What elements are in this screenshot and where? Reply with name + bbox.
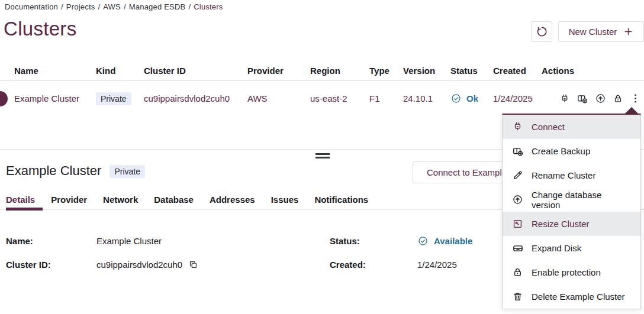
cell-version: 24.10.1 [403,93,450,103]
menu-item-enable-protection[interactable]: Enable protection [503,260,640,284]
kebab-menu-button[interactable] [630,93,641,104]
menu-item-label: Delete Example Cluster [532,292,625,302]
detail-tabs: Details Provider Network Database Addres… [6,195,368,205]
version-up-icon [511,194,524,205]
breadcrumb-item-documentation[interactable]: Documentation [5,2,58,11]
tab-notifications[interactable]: Notifications [314,195,368,205]
status-text: Ok [466,93,478,103]
tab-details[interactable]: Details [6,195,35,205]
cell-type: F1 [369,93,403,103]
lock-icon [613,93,623,104]
cell-cluster-id: cu9ippairsdvlod2cuh0 [144,93,247,103]
change-version-action-button[interactable] [595,93,606,104]
menu-item-rename-cluster[interactable]: Rename Cluster [503,163,640,187]
column-header-actions: Actions [542,66,644,76]
cell-status: Ok [450,93,493,104]
cell-region: us-east-2 [310,93,369,103]
menu-item-connect[interactable]: Connect [503,115,640,139]
cluster-id-text: cu9ippairsdvlod2cuh0 [96,260,182,270]
menu-item-delete-cluster[interactable]: Delete Example Cluster [503,284,640,309]
breadcrumb-item-projects[interactable]: Projects [66,2,95,11]
menu-item-label: Create Backup [532,146,590,156]
cluster-id-label: Cluster ID: [6,260,96,270]
create-backup-action-button[interactable] [577,93,588,105]
drag-handle[interactable] [315,153,330,158]
detail-panel-header: Example Cluster Private [6,163,145,179]
private-badge: Private [110,165,145,178]
protection-action-button[interactable] [613,93,623,104]
status-value: Available [417,235,497,247]
created-label: Created: [330,260,417,270]
created-value: 1/24/2025 [417,260,497,270]
menu-item-label: Change database version [532,190,632,210]
column-header-version: Version [403,66,450,76]
trash-icon [511,291,524,302]
backup-icon [511,145,524,157]
breadcrumb-current-clusters: Clusters [194,2,223,11]
menu-item-expand-disk[interactable]: Expand Disk [503,236,640,260]
page-title: Clusters [4,18,76,40]
status-label: Status: [330,236,417,246]
tab-provider[interactable]: Provider [51,195,87,205]
detail-title: Example Cluster [6,163,101,179]
table-row[interactable]: Example Cluster Private cu9ippairsdvlod2… [0,82,644,115]
menu-caret [625,107,638,114]
breadcrumb-item-managed-esdb[interactable]: Managed ESDB [129,2,186,11]
cell-kind: Private [96,92,144,105]
cell-created: 1/24/2025 [493,93,542,103]
copy-cluster-id-button[interactable] [188,260,198,270]
cell-name[interactable]: Example Cluster [14,93,96,103]
tab-network[interactable]: Network [103,195,138,205]
menu-item-resize-cluster[interactable]: Resize Cluster [503,212,640,236]
copy-icon [188,260,198,270]
refresh-button[interactable] [531,21,552,42]
actions-dropdown-menu: Connect Create Backup Rename Cluster [502,114,641,309]
tab-database[interactable]: Database [154,195,194,205]
breadcrumb-item-aws[interactable]: AWS [103,2,121,11]
column-header-kind: Kind [96,66,144,76]
breadcrumb-separator: / [188,2,191,11]
breadcrumb: Documentation/Projects/AWS/Managed ESDB/… [5,2,223,11]
column-header-name: Name [14,66,96,76]
status-value-text: Available [434,236,472,246]
name-label: Name: [6,236,96,246]
breadcrumb-separator: / [98,2,100,11]
column-header-provider: Provider [247,66,310,76]
plus-icon [623,27,633,37]
backup-icon [577,93,588,105]
tab-addresses[interactable]: Addresses [210,195,255,205]
cell-actions [542,93,644,105]
tab-issues[interactable]: Issues [271,195,299,205]
connect-action-button[interactable] [559,93,570,104]
menu-item-label: Enable protection [532,267,601,277]
menu-item-label: Expand Disk [532,243,581,253]
menu-item-label: Resize Cluster [532,219,590,229]
active-tab-indicator [6,208,43,211]
menu-item-change-database-version[interactable]: Change database version [503,187,640,212]
breadcrumb-separator: / [124,2,126,11]
menu-item-label: Rename Cluster [532,170,595,180]
disk-icon [511,242,524,254]
new-cluster-button[interactable]: New Cluster [558,21,644,42]
kebab-menu-icon [630,93,641,104]
breadcrumb-separator: / [61,2,63,11]
menu-item-create-backup[interactable]: Create Backup [503,139,640,163]
version-up-icon [595,93,606,104]
connect-button-label: Connect to Exampl [427,167,502,177]
name-value: Example Cluster [96,236,330,246]
lock-icon [511,267,524,278]
available-status-icon [417,235,429,247]
ok-status-icon [450,93,462,104]
column-header-created: Created [493,66,542,76]
plug-icon [511,121,524,132]
refresh-icon [536,25,548,38]
pencil-icon [511,170,524,181]
kind-badge: Private [96,92,131,105]
menu-item-label: Connect [532,122,565,132]
table-header: Name Kind Cluster ID Provider Region Typ… [0,61,644,81]
column-header-cluster-id: Cluster ID [144,66,247,76]
clusters-page: Documentation/Projects/AWS/Managed ESDB/… [0,0,644,314]
column-header-status: Status [450,66,493,76]
resize-icon [511,218,524,229]
cell-provider: AWS [247,93,310,103]
